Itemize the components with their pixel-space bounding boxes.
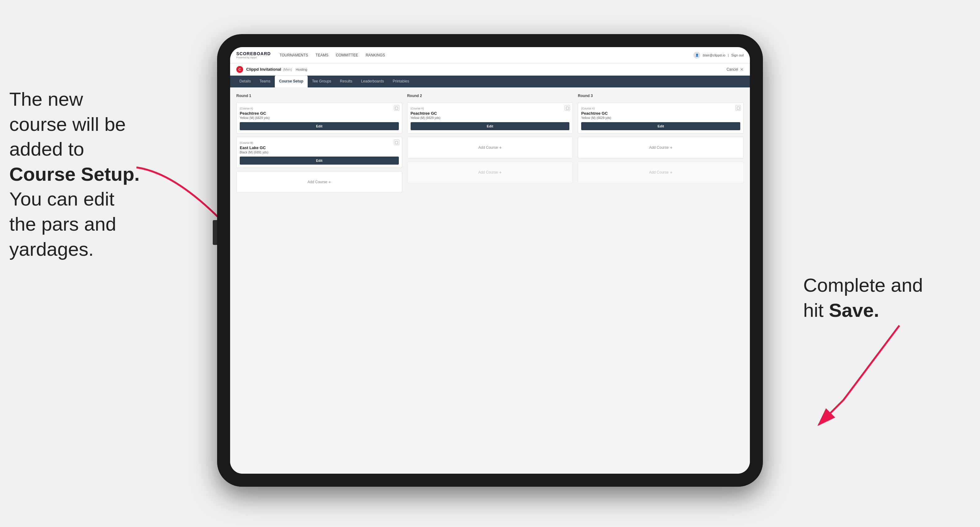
top-nav: SCOREBOARD Powered by clippd TOURNAMENTS… [230,47,750,63]
round-1-course-a-name: Peachtree GC [240,111,399,116]
nav-right: 👤 blair@clippd.io | Sign out [694,52,744,59]
nav-teams[interactable]: TEAMS [316,52,328,59]
main-content: Round 1 (Course A) ▢ Peachtree GC Yellow… [230,87,750,474]
app-content: SCOREBOARD Powered by clippd TOURNAMENTS… [230,47,750,474]
tournament-logo: C [236,66,243,73]
round-3-column: Round 3 (Course A) ▢ Peachtree GC Yellow… [578,94,744,193]
round-2-course-a-card: (Course A) ▢ Peachtree GC Yellow (M) (66… [407,102,573,133]
round-2-add-course-label: Add Course [478,145,498,150]
logo-title: SCOREBOARD [236,51,271,56]
annotation-line4: You can edit [9,188,115,210]
nav-rankings[interactable]: RANKINGS [366,52,385,59]
rounds-container: Round 1 (Course A) ▢ Peachtree GC Yellow… [236,94,744,193]
tablet-frame: SCOREBOARD Powered by clippd TOURNAMENTS… [217,34,763,487]
cancel-button[interactable]: Cancel ✕ [727,67,744,72]
tab-printables[interactable]: Printables [388,76,414,87]
nav-links: TOURNAMENTS TEAMS COMMITTEE RANKINGS [279,52,694,59]
logo-subtitle: Powered by clippd [236,56,271,59]
tab-details[interactable]: Details [235,76,255,87]
round-2-course-a-name: Peachtree GC [410,111,570,116]
tournament-type: (Men) [283,68,292,71]
round-2-add-course-disabled-plus: + [499,170,502,175]
round-1-add-course-button[interactable]: Add Course + [236,171,402,193]
round-3-add-course-disabled-label: Add Course [649,170,669,175]
tournament-status: Hosting [296,68,307,71]
annotation-line3: added to [9,138,84,160]
annotation-line6: yardages. [9,238,94,260]
round-1-course-b-name: East Lake GC [240,145,399,150]
round-1-course-b-label: (Course B) [240,141,253,144]
scoreboard-logo: SCOREBOARD Powered by clippd [236,51,271,59]
round-3-course-a-edit-button[interactable]: Edit [581,122,740,130]
round-3-label: Round 3 [578,94,744,98]
round-1-course-a-tee: Yellow (M) (6629 yds) [240,116,399,120]
round-1-course-a-edit-button[interactable]: Edit [240,122,399,130]
round-2-add-course-disabled: Add Course + [407,162,573,183]
nav-committee[interactable]: COMMITTEE [336,52,358,59]
nav-tournaments[interactable]: TOURNAMENTS [279,52,308,59]
round-3-course-a-name: Peachtree GC [581,111,740,116]
round-3-course-a-label: (Course A) [581,107,595,110]
tablet-side-button [213,220,217,245]
sign-out-link[interactable]: Sign out [731,53,744,57]
tournament-header: C Clippd Invitational (Men) Hosting Canc… [230,63,750,76]
round-1-add-course-plus: + [328,179,331,184]
round-1-course-a-label: (Course A) [240,107,253,110]
tab-bar: Details Teams Course Setup Tee Groups Re… [230,76,750,87]
round-2-course-a-tee: Yellow (M) (6629 yds) [410,116,570,120]
round-3-course-a-tee: Yellow (M) (6629 yds) [581,116,740,120]
round-1-course-a-delete[interactable]: ▢ [394,105,399,111]
tab-teams[interactable]: Teams [255,76,275,87]
annotation-line5: the pars and [9,213,116,235]
round-1-course-b-card: (Course B) ▢ East Lake GC Black (M) (689… [236,137,402,168]
round-3-add-course-label: Add Course [649,145,669,150]
nav-separator: | [728,53,729,57]
round-2-add-course-plus: + [499,145,502,150]
tournament-name: Clippd Invitational [246,67,281,71]
tournament-logo-letter: C [239,68,241,71]
round-3-course-a-card: (Course A) ▢ Peachtree GC Yellow (M) (66… [578,102,744,133]
arrow-right [788,319,924,437]
round-1-column: Round 1 (Course A) ▢ Peachtree GC Yellow… [236,94,402,193]
round-1-label: Round 1 [236,94,402,98]
round-3-add-course-button[interactable]: Add Course + [578,137,744,159]
round-1-course-a-card: (Course A) ▢ Peachtree GC Yellow (M) (66… [236,102,402,133]
tab-leaderboards[interactable]: Leaderboards [356,76,388,87]
round-2-course-a-delete[interactable]: ▢ [565,105,570,111]
tablet-screen: SCOREBOARD Powered by clippd TOURNAMENTS… [230,47,750,474]
round-2-course-a-edit-button[interactable]: Edit [410,122,570,130]
round-1-course-b-delete[interactable]: ▢ [394,140,399,145]
cancel-label: Cancel [727,67,738,71]
round-2-column: Round 2 (Course A) ▢ Peachtree GC Yellow… [407,94,573,193]
annotation-right-line1: Complete and [803,275,923,296]
tab-results[interactable]: Results [336,76,356,87]
annotation-right-bold: Save. [829,300,879,321]
tab-course-setup[interactable]: Course Setup [275,76,308,87]
round-3-add-course-disabled: Add Course + [578,162,744,183]
tab-tee-groups[interactable]: Tee Groups [308,76,336,87]
round-1-course-b-edit-button[interactable]: Edit [240,157,399,165]
cancel-icon: ✕ [740,67,744,72]
annotation-line2: course will be [9,113,126,135]
round-2-add-course-button[interactable]: Add Course + [407,137,573,159]
round-2-add-course-disabled-label: Add Course [478,170,498,175]
round-3-add-course-plus: + [670,145,672,150]
annotation-right-line2: hit [803,300,829,321]
annotation-right: Complete and hit Save. [803,273,964,323]
user-email: blair@clippd.io [703,53,725,57]
round-1-add-course-label: Add Course [308,180,327,184]
user-avatar: 👤 [694,52,700,59]
round-3-course-a-delete[interactable]: ▢ [735,105,741,111]
annotation-line1: The new [9,88,83,110]
round-1-course-b-tee: Black (M) (6891 yds) [240,151,399,154]
round-2-label: Round 2 [407,94,573,98]
round-2-course-a-label: (Course A) [410,107,424,110]
round-3-add-course-disabled-plus: + [670,170,672,175]
